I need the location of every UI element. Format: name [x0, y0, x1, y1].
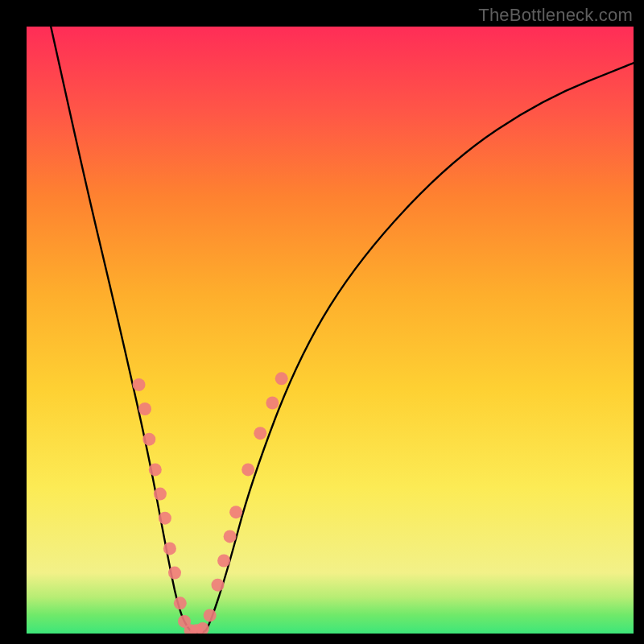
data-marker: [275, 372, 288, 385]
data-marker: [154, 488, 167, 501]
chart-frame: TheBottleneck.com: [0, 0, 644, 644]
data-marker: [142, 433, 155, 446]
data-marker: [196, 622, 209, 634]
data-marker: [163, 542, 176, 555]
data-marker: [174, 597, 187, 609]
data-marker: [133, 378, 146, 391]
data-marker: [159, 512, 171, 525]
data-marker: [254, 427, 266, 440]
watermark-text: TheBottleneck.com: [478, 5, 633, 26]
data-marker: [224, 530, 237, 543]
data-marker: [229, 506, 242, 518]
data-marker: [204, 609, 217, 621]
data-marker: [217, 555, 230, 568]
marker-group: [133, 372, 288, 634]
data-marker: [149, 463, 162, 476]
data-marker: [242, 463, 254, 476]
data-marker: [168, 567, 181, 580]
data-marker: [266, 397, 279, 410]
curve-svg: [27, 27, 634, 634]
data-marker: [138, 402, 151, 415]
plot-area: [27, 27, 634, 634]
data-marker: [212, 579, 225, 592]
bottleneck-curve: [51, 27, 634, 634]
